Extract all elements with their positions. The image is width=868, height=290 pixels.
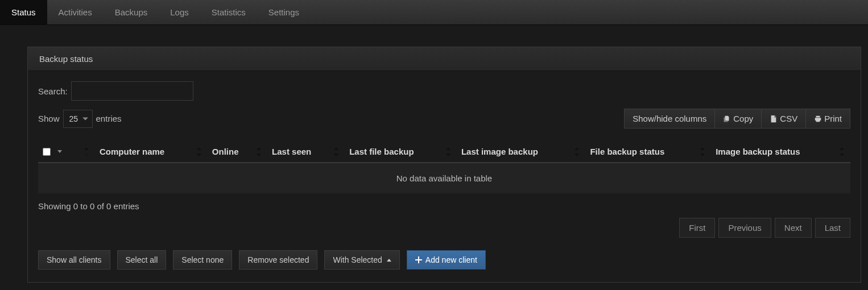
nav-tab-settings[interactable]: Settings: [257, 0, 311, 24]
page-first-button[interactable]: First: [679, 218, 715, 238]
sort-icon: [698, 147, 706, 156]
sort-icon: [82, 147, 90, 156]
with-selected-label: With Selected: [333, 255, 382, 264]
backup-status-panel: Backup status Search: Show 25 entries Sh…: [27, 47, 861, 283]
sort-icon: [195, 147, 203, 156]
page-next-button[interactable]: Next: [775, 218, 812, 238]
table-info: Showing 0 to 0 of 0 entries: [38, 201, 850, 211]
nav-tab-statistics[interactable]: Statistics: [200, 0, 257, 24]
select-all-checkbox[interactable]: [43, 148, 51, 156]
remove-selected-button[interactable]: Remove selected: [239, 250, 317, 270]
sort-icon: [838, 147, 846, 156]
sort-icon: [255, 147, 263, 156]
search-input[interactable]: [71, 81, 193, 101]
nav-tab-status[interactable]: Status: [0, 0, 47, 24]
column-computer-name[interactable]: Computer name: [95, 141, 208, 163]
entries-select[interactable]: 25: [63, 110, 93, 128]
entries-label: entries: [96, 114, 122, 123]
action-row: Show all clients Select all Select none …: [38, 250, 850, 270]
print-icon: [814, 115, 822, 123]
panel-title: Backup status: [28, 47, 861, 71]
show-all-clients-button[interactable]: Show all clients: [38, 250, 110, 270]
sort-icon: [332, 147, 340, 156]
status-table: Computer name Online Last seen: [38, 141, 850, 193]
column-online[interactable]: Online: [208, 141, 267, 163]
caret-up-icon: [387, 259, 391, 262]
column-label: Last image backup: [461, 147, 538, 156]
copy-button[interactable]: Copy: [715, 109, 762, 129]
length-control: Show 25 entries: [38, 110, 122, 128]
nav-tab-activities[interactable]: Activities: [47, 0, 104, 24]
sort-icon: [444, 147, 452, 156]
add-new-client-button[interactable]: Add new client: [407, 250, 486, 270]
column-label: Last file backup: [349, 147, 414, 156]
empty-message: No data available in table: [38, 163, 850, 193]
column-label: Image backup status: [716, 147, 800, 156]
column-image-backup-status[interactable]: Image backup status: [711, 141, 850, 163]
nav-tab-logs[interactable]: Logs: [159, 0, 200, 24]
controls-row: Show 25 entries Show/hide columns Copy C…: [38, 109, 850, 129]
copy-label: Copy: [733, 114, 753, 123]
empty-row: No data available in table: [38, 163, 850, 193]
top-nav: Status Activities Backups Logs Statistic…: [0, 0, 868, 25]
page-last-button[interactable]: Last: [815, 218, 850, 238]
pagination: First Previous Next Last: [38, 218, 850, 238]
csv-label: CSV: [780, 114, 797, 123]
show-label: Show: [38, 114, 60, 123]
column-label: File backup status: [590, 147, 664, 156]
page-previous-button[interactable]: Previous: [718, 218, 771, 238]
select-none-button[interactable]: Select none: [173, 250, 232, 270]
plus-icon: [415, 256, 422, 263]
file-icon: [770, 115, 778, 123]
search-row: Search:: [38, 81, 850, 101]
print-label: Print: [824, 114, 842, 123]
search-label: Search:: [38, 86, 68, 96]
column-label: Computer name: [100, 147, 164, 156]
csv-button[interactable]: CSV: [762, 109, 806, 129]
select-all-button[interactable]: Select all: [117, 250, 167, 270]
column-last-seen[interactable]: Last seen: [267, 141, 345, 163]
add-new-label: Add new client: [425, 255, 477, 264]
column-label: Online: [212, 147, 239, 156]
chevron-down-icon: [57, 150, 62, 153]
column-select[interactable]: [38, 141, 95, 163]
show-hide-columns-button[interactable]: Show/hide columns: [624, 109, 715, 129]
column-last-file-backup[interactable]: Last file backup: [345, 141, 457, 163]
table-tools: Show/hide columns Copy CSV Print: [624, 109, 850, 129]
column-file-backup-status[interactable]: File backup status: [585, 141, 711, 163]
nav-tab-backups[interactable]: Backups: [104, 0, 159, 24]
copy-icon: [723, 115, 731, 123]
column-label: Last seen: [272, 147, 311, 156]
print-button[interactable]: Print: [806, 109, 850, 129]
column-last-image-backup[interactable]: Last image backup: [457, 141, 585, 163]
sort-icon: [573, 147, 581, 156]
with-selected-button[interactable]: With Selected: [324, 250, 399, 270]
